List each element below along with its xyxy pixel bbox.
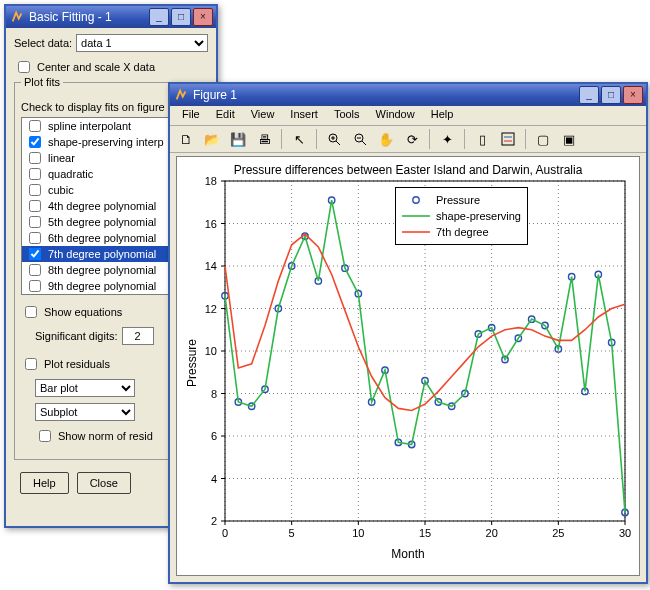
legend-entry[interactable]: 7th degree [402, 224, 521, 240]
svg-text:15: 15 [419, 527, 431, 539]
bf-title: Basic Fitting - 1 [29, 10, 149, 24]
menu-item[interactable]: Tools [326, 106, 368, 125]
save-icon[interactable]: 💾 [226, 127, 250, 151]
bf-titlebar[interactable]: Basic Fitting - 1 _ □ × [6, 6, 216, 28]
minimize-button[interactable]: _ [579, 86, 599, 104]
menu-item[interactable]: File [174, 106, 208, 125]
show-equations-label: Show equations [44, 306, 122, 318]
legend-swatch-icon [402, 226, 430, 238]
plot-residuals-label: Plot residuals [44, 358, 110, 370]
sig-digits-label: Significant digits: [35, 330, 118, 342]
y-axis-label: Pressure [185, 339, 199, 387]
new-figure-icon[interactable]: 🗋 [174, 127, 198, 151]
insert-colorbar-icon[interactable]: ▯ [470, 127, 494, 151]
rotate-icon[interactable]: ⟳ [400, 127, 424, 151]
show-equations-checkbox[interactable] [25, 306, 37, 318]
legend-swatch-icon [402, 210, 430, 222]
svg-line-5 [362, 141, 366, 145]
svg-text:20: 20 [486, 527, 498, 539]
zoom-out-icon[interactable] [348, 127, 372, 151]
fit-checkbox[interactable] [29, 152, 41, 164]
figure-window: Figure 1 _ □ × FileEditViewInsertToolsWi… [168, 82, 648, 584]
svg-text:16: 16 [205, 218, 217, 230]
fig-titlebar[interactable]: Figure 1 _ □ × [170, 84, 646, 106]
svg-text:5: 5 [289, 527, 295, 539]
fig-title: Figure 1 [193, 88, 579, 102]
legend-entry[interactable]: shape-preserving [402, 208, 521, 224]
fit-checkbox[interactable] [29, 184, 41, 196]
show-plot-tools-icon[interactable]: ▣ [557, 127, 581, 151]
center-scale-label: Center and scale X data [37, 61, 155, 73]
fit-checkbox[interactable] [29, 136, 41, 148]
fit-checkbox[interactable] [29, 216, 41, 228]
svg-text:14: 14 [205, 260, 217, 272]
pointer-icon[interactable]: ↖ [287, 127, 311, 151]
fit-label: cubic [48, 184, 74, 196]
fit-label: linear [48, 152, 75, 164]
fit-checkbox[interactable] [29, 232, 41, 244]
svg-text:12: 12 [205, 303, 217, 315]
menu-item[interactable]: Insert [282, 106, 326, 125]
svg-text:10: 10 [205, 345, 217, 357]
fit-checkbox[interactable] [29, 120, 41, 132]
plot-area: Pressure differences between Easter Isla… [176, 156, 640, 576]
fit-label: 8th degree polynomial [48, 264, 156, 276]
open-icon[interactable]: 📂 [200, 127, 224, 151]
menubar: FileEditViewInsertToolsWindowHelp [170, 106, 646, 126]
svg-text:10: 10 [352, 527, 364, 539]
print-icon[interactable]: 🖶 [252, 127, 276, 151]
fit-checkbox[interactable] [29, 264, 41, 276]
close-button[interactable]: × [193, 8, 213, 26]
close-dialog-button[interactable]: Close [77, 472, 131, 494]
center-scale-checkbox[interactable] [18, 61, 30, 73]
chart-legend[interactable]: Pressureshape-preserving7th degree [395, 187, 528, 245]
fit-checkbox[interactable] [29, 168, 41, 180]
hide-plot-tools-icon[interactable]: ▢ [531, 127, 555, 151]
x-axis-label: Month [177, 547, 639, 561]
svg-text:8: 8 [211, 388, 217, 400]
fit-checkbox[interactable] [29, 248, 41, 260]
minimize-button[interactable]: _ [149, 8, 169, 26]
legend-label: 7th degree [436, 226, 489, 238]
legend-label: Pressure [436, 194, 480, 206]
plot-residuals-checkbox[interactable] [25, 358, 37, 370]
residual-plot-type-dropdown[interactable]: Bar plot [35, 379, 135, 397]
show-norm-checkbox[interactable] [39, 430, 51, 442]
close-button[interactable]: × [623, 86, 643, 104]
matlab-icon [9, 9, 25, 25]
menu-item[interactable]: Help [423, 106, 462, 125]
fit-label: quadratic [48, 168, 93, 180]
maximize-button[interactable]: □ [171, 8, 191, 26]
maximize-button[interactable]: □ [601, 86, 621, 104]
pan-icon[interactable]: ✋ [374, 127, 398, 151]
select-data-label: Select data: [14, 37, 72, 49]
svg-text:4: 4 [211, 473, 217, 485]
matlab-icon [173, 87, 189, 103]
help-button[interactable]: Help [20, 472, 69, 494]
legend-entry[interactable]: Pressure [402, 192, 521, 208]
svg-point-90 [413, 197, 419, 203]
residual-plot-location-dropdown[interactable]: Subplot [35, 403, 135, 421]
select-data-dropdown[interactable]: data 1 [76, 34, 208, 52]
fit-checkbox[interactable] [29, 280, 41, 292]
menu-item[interactable]: Window [368, 106, 423, 125]
sig-digits-input[interactable] [122, 327, 154, 345]
legend-swatch-icon [402, 194, 430, 206]
svg-text:30: 30 [619, 527, 631, 539]
plot-fits-legend: Plot fits [21, 76, 63, 88]
fit-label: 7th degree polynomial [48, 248, 156, 260]
plot-title: Pressure differences between Easter Isla… [177, 163, 639, 177]
fit-label: 6th degree polynomial [48, 232, 156, 244]
menu-item[interactable]: Edit [208, 106, 243, 125]
data-cursor-icon[interactable]: ✦ [435, 127, 459, 151]
zoom-in-icon[interactable] [322, 127, 346, 151]
fit-label: shape-preserving interp [48, 136, 164, 148]
insert-legend-icon[interactable] [496, 127, 520, 151]
fit-label: spline interpolant [48, 120, 131, 132]
svg-line-1 [336, 141, 340, 145]
svg-text:18: 18 [205, 177, 217, 187]
fit-label: 5th degree polynomial [48, 216, 156, 228]
menu-item[interactable]: View [243, 106, 283, 125]
svg-text:6: 6 [211, 430, 217, 442]
fit-checkbox[interactable] [29, 200, 41, 212]
